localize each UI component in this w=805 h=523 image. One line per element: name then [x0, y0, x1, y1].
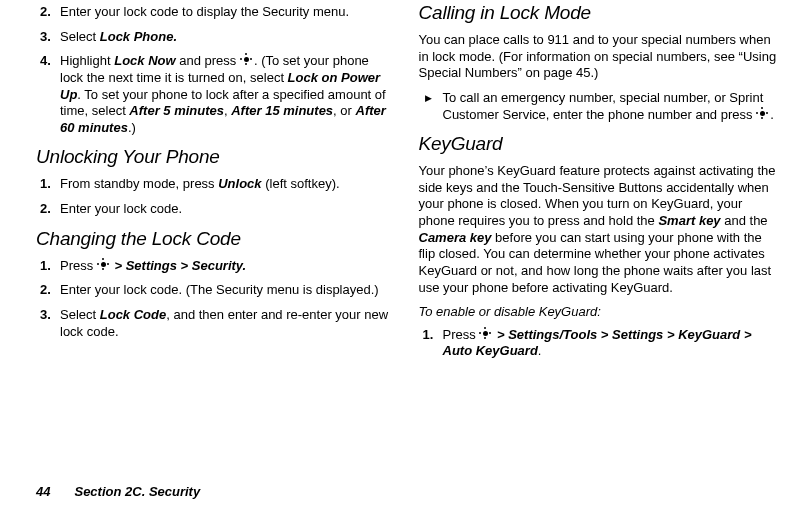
- text: Select: [60, 307, 100, 322]
- text: .: [770, 107, 774, 122]
- list-item: To call an emergency number, special num…: [419, 90, 778, 123]
- call-note: To call an emergency number, special num…: [419, 90, 778, 123]
- term: Camera key: [419, 230, 492, 245]
- text: Press: [443, 327, 480, 342]
- term: Lock Now: [114, 53, 175, 68]
- list-item: From standby mode, press Unlock (left so…: [36, 176, 395, 193]
- heading-calling-lock: Calling in Lock Mode: [419, 2, 778, 24]
- term: Lock Phone.: [100, 29, 177, 44]
- text: .): [128, 120, 136, 135]
- paragraph: You can place calls to 911 and to your s…: [419, 32, 778, 82]
- text: Press: [60, 258, 97, 273]
- term: Smart key: [658, 213, 720, 228]
- text: From standby mode, press: [60, 176, 218, 191]
- list-item: Press > Settings > Security.: [36, 258, 395, 275]
- list-item: Press > Settings/Tools > Settings > KeyG…: [419, 327, 778, 360]
- list-item: Highlight Lock Now and press . (To set y…: [36, 53, 395, 136]
- term: Lock Code: [100, 307, 166, 322]
- heading-keyguard: KeyGuard: [419, 133, 778, 155]
- page-footer: 44Section 2C. Security: [36, 468, 777, 499]
- text: and the: [721, 213, 768, 228]
- list-item: Enter your lock code.: [36, 201, 395, 218]
- term: After 15 minutes: [231, 103, 333, 118]
- list-item: Select Lock Code, and then enter and re-…: [36, 307, 395, 340]
- text: Select: [60, 29, 100, 44]
- nav-key-icon: [98, 259, 110, 271]
- term: Unlock: [218, 176, 261, 191]
- change-steps: Press > Settings > Security. Enter your …: [36, 258, 395, 341]
- term: After 5 minutes: [129, 103, 224, 118]
- menu-path: > Settings > Security.: [111, 258, 246, 273]
- paragraph: Your phone’s KeyGuard feature protects a…: [419, 163, 778, 296]
- unlock-steps: From standby mode, press Unlock (left so…: [36, 176, 395, 217]
- text: To call an emergency number, special num…: [443, 90, 764, 122]
- text: , or: [333, 103, 355, 118]
- text: and press: [176, 53, 240, 68]
- text: .: [538, 343, 542, 358]
- heading-unlock: Unlocking Your Phone: [36, 146, 395, 168]
- list-item: Select Lock Phone.: [36, 29, 395, 46]
- right-column: Calling in Lock Mode You can place calls…: [419, 0, 778, 468]
- nav-key-icon: [480, 328, 492, 340]
- subheading: To enable or disable KeyGuard:: [419, 304, 778, 321]
- nav-key-icon: [241, 54, 253, 66]
- keyguard-steps: Press > Settings/Tools > Settings > KeyG…: [419, 327, 778, 360]
- list-item: Enter your lock code. (The Security menu…: [36, 282, 395, 299]
- heading-change-code: Changing the Lock Code: [36, 228, 395, 250]
- text: Highlight: [60, 53, 114, 68]
- text: (left softkey).: [262, 176, 340, 191]
- left-column: Enter your lock code to display the Secu…: [36, 0, 395, 468]
- lock-steps: Enter your lock code to display the Secu…: [36, 4, 395, 136]
- list-item: Enter your lock code to display the Secu…: [36, 4, 395, 21]
- nav-key-icon: [757, 108, 769, 120]
- page-number: 44: [36, 484, 50, 499]
- section-title: Section 2C. Security: [74, 484, 200, 499]
